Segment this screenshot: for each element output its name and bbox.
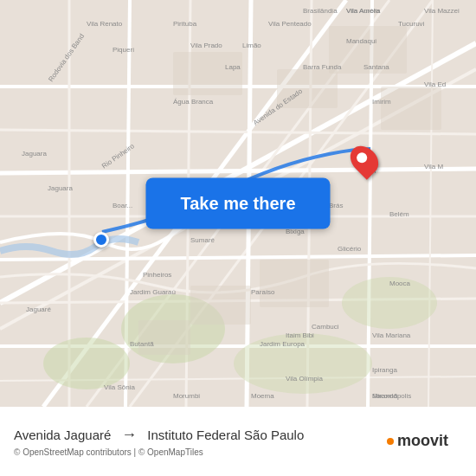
- origin-label: Avenida Jaguaré: [14, 428, 111, 442]
- svg-text:Jardim Europa: Jardim Europa: [260, 340, 306, 348]
- svg-text:Jardim Guaraú: Jardim Guaraú: [130, 288, 176, 296]
- svg-text:Jaguara: Jaguara: [22, 150, 47, 158]
- footer: Avenida Jaguaré → Instituto Federal São …: [0, 407, 476, 476]
- svg-text:Vila Renato: Vila Renato: [87, 20, 123, 28]
- svg-text:Pinheiros: Pinheiros: [143, 271, 171, 279]
- svg-text:Pirituba: Pirituba: [173, 20, 197, 28]
- svg-text:Barra Funda: Barra Funda: [303, 63, 342, 71]
- svg-text:Jaguaré: Jaguaré: [26, 306, 51, 313]
- svg-text:Brasilândia: Brasilândia: [303, 7, 338, 15]
- svg-text:Paraíso: Paraíso: [251, 288, 275, 296]
- svg-text:Santana: Santana: [363, 63, 389, 71]
- svg-text:Morumbi: Morumbi: [173, 392, 200, 400]
- svg-text:Brás: Brás: [329, 202, 343, 209]
- svg-text:Boar...: Boar...: [113, 202, 132, 209]
- svg-text:Vila Ed: Vila Ed: [424, 80, 446, 88]
- svg-text:Tucuruvi: Tucuruvi: [398, 20, 425, 28]
- svg-point-23: [43, 338, 130, 389]
- svg-text:Imirim: Imirim: [372, 98, 391, 106]
- svg-text:Lapa: Lapa: [225, 63, 241, 71]
- svg-rect-29: [260, 260, 329, 307]
- svg-text:Sumaré: Sumaré: [190, 236, 215, 244]
- svg-rect-25: [173, 52, 242, 95]
- svg-text:Vila M: Vila M: [424, 163, 443, 170]
- svg-text:Belém: Belém: [389, 210, 409, 218]
- svg-text:Vila Mazzei: Vila Mazzei: [424, 7, 460, 15]
- svg-text:Butantã: Butantã: [130, 340, 154, 348]
- svg-text:Cambuci: Cambuci: [312, 323, 339, 331]
- moovit-logo: moovit: [387, 432, 448, 450]
- svg-rect-28: [381, 87, 441, 130]
- svg-text:Piqueri: Piqueri: [113, 46, 134, 54]
- svg-text:Vila Penteado: Vila Penteado: [268, 20, 312, 28]
- route-arrow: →: [121, 426, 137, 444]
- svg-text:Vila Sônia: Vila Sônia: [104, 383, 135, 391]
- origin-marker: [93, 232, 109, 248]
- svg-text:Água Branca: Água Branca: [173, 98, 214, 106]
- svg-text:Ipiranga: Ipiranga: [372, 366, 397, 374]
- svg-text:Vila Prado: Vila Prado: [190, 42, 222, 49]
- destination-marker: [352, 145, 376, 176]
- svg-text:Vila Aurora: Vila Aurora: [346, 7, 381, 15]
- svg-text:Mooca: Mooca: [389, 280, 411, 287]
- svg-text:Vila Mariana: Vila Mariana: [372, 331, 411, 339]
- svg-text:Limão: Limão: [242, 42, 261, 49]
- svg-rect-31: [138, 320, 190, 355]
- svg-text:Vila Olímpia: Vila Olímpia: [286, 375, 324, 383]
- map-container: Rio Pinheiro Avenida do Estado Rodovia d…: [0, 0, 476, 407]
- svg-text:Mirandópolis: Mirandópolis: [372, 392, 411, 400]
- moovit-brand: moovit: [397, 432, 448, 450]
- svg-text:Mandaqui: Mandaqui: [346, 37, 376, 45]
- svg-text:Moema: Moema: [251, 392, 274, 400]
- svg-text:Jaguara: Jaguara: [48, 184, 73, 192]
- svg-text:Glicério: Glicério: [338, 245, 362, 253]
- svg-text:Itaim Bibi: Itaim Bibi: [286, 331, 314, 339]
- take-me-there-button[interactable]: Take me there: [145, 178, 330, 229]
- svg-rect-30: [190, 286, 251, 325]
- moovit-dot: [387, 438, 394, 445]
- destination-label: Instituto Federal São Paulo: [147, 428, 304, 442]
